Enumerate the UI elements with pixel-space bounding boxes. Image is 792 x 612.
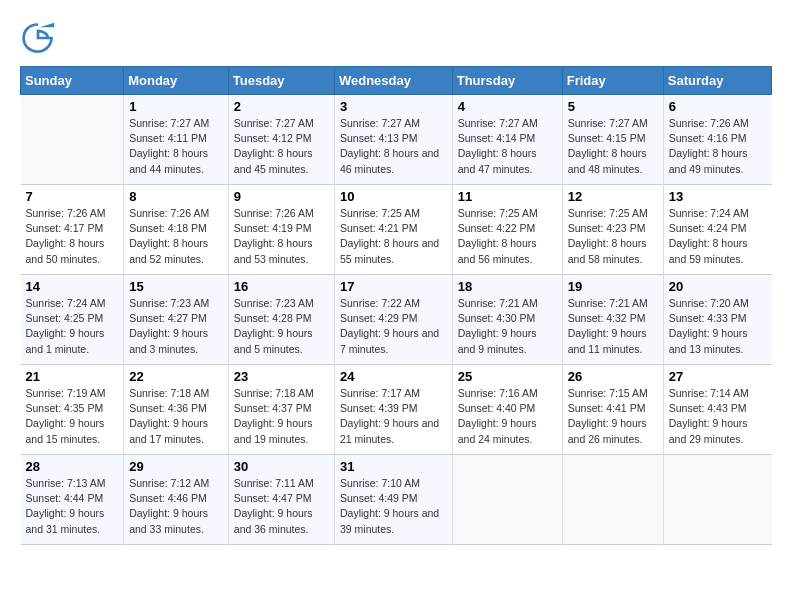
calendar-cell — [663, 455, 771, 545]
calendar-cell: 13 Sunrise: 7:24 AM Sunset: 4:24 PM Dayl… — [663, 185, 771, 275]
day-info: Sunrise: 7:25 AM Sunset: 4:22 PM Dayligh… — [458, 206, 557, 267]
day-number: 24 — [340, 369, 447, 384]
page-header — [20, 20, 772, 56]
calendar-cell: 20 Sunrise: 7:20 AM Sunset: 4:33 PM Dayl… — [663, 275, 771, 365]
calendar-cell: 7 Sunrise: 7:26 AM Sunset: 4:17 PM Dayli… — [21, 185, 124, 275]
column-header-sunday: Sunday — [21, 67, 124, 95]
day-info: Sunrise: 7:13 AM Sunset: 4:44 PM Dayligh… — [26, 476, 119, 537]
day-info: Sunrise: 7:21 AM Sunset: 4:32 PM Dayligh… — [568, 296, 658, 357]
day-number: 18 — [458, 279, 557, 294]
day-number: 17 — [340, 279, 447, 294]
calendar-cell: 21 Sunrise: 7:19 AM Sunset: 4:35 PM Dayl… — [21, 365, 124, 455]
day-number: 12 — [568, 189, 658, 204]
day-info: Sunrise: 7:15 AM Sunset: 4:41 PM Dayligh… — [568, 386, 658, 447]
calendar-cell: 9 Sunrise: 7:26 AM Sunset: 4:19 PM Dayli… — [228, 185, 334, 275]
calendar-week-row: 1 Sunrise: 7:27 AM Sunset: 4:11 PM Dayli… — [21, 95, 772, 185]
day-info: Sunrise: 7:10 AM Sunset: 4:49 PM Dayligh… — [340, 476, 447, 537]
day-info: Sunrise: 7:26 AM Sunset: 4:18 PM Dayligh… — [129, 206, 223, 267]
day-info: Sunrise: 7:26 AM Sunset: 4:19 PM Dayligh… — [234, 206, 329, 267]
day-number: 9 — [234, 189, 329, 204]
day-number: 15 — [129, 279, 223, 294]
day-info: Sunrise: 7:27 AM Sunset: 4:12 PM Dayligh… — [234, 116, 329, 177]
calendar-week-row: 7 Sunrise: 7:26 AM Sunset: 4:17 PM Dayli… — [21, 185, 772, 275]
column-header-monday: Monday — [124, 67, 229, 95]
day-info: Sunrise: 7:12 AM Sunset: 4:46 PM Dayligh… — [129, 476, 223, 537]
calendar-cell: 1 Sunrise: 7:27 AM Sunset: 4:11 PM Dayli… — [124, 95, 229, 185]
day-info: Sunrise: 7:21 AM Sunset: 4:30 PM Dayligh… — [458, 296, 557, 357]
day-number: 14 — [26, 279, 119, 294]
day-info: Sunrise: 7:17 AM Sunset: 4:39 PM Dayligh… — [340, 386, 447, 447]
calendar-cell: 5 Sunrise: 7:27 AM Sunset: 4:15 PM Dayli… — [562, 95, 663, 185]
calendar-week-row: 14 Sunrise: 7:24 AM Sunset: 4:25 PM Dayl… — [21, 275, 772, 365]
day-number: 27 — [669, 369, 767, 384]
day-number: 30 — [234, 459, 329, 474]
calendar-cell: 24 Sunrise: 7:17 AM Sunset: 4:39 PM Dayl… — [334, 365, 452, 455]
day-number: 31 — [340, 459, 447, 474]
calendar-cell: 30 Sunrise: 7:11 AM Sunset: 4:47 PM Dayl… — [228, 455, 334, 545]
day-number: 11 — [458, 189, 557, 204]
day-info: Sunrise: 7:23 AM Sunset: 4:28 PM Dayligh… — [234, 296, 329, 357]
day-info: Sunrise: 7:18 AM Sunset: 4:37 PM Dayligh… — [234, 386, 329, 447]
day-info: Sunrise: 7:27 AM Sunset: 4:15 PM Dayligh… — [568, 116, 658, 177]
column-header-wednesday: Wednesday — [334, 67, 452, 95]
column-header-thursday: Thursday — [452, 67, 562, 95]
calendar-week-row: 21 Sunrise: 7:19 AM Sunset: 4:35 PM Dayl… — [21, 365, 772, 455]
day-info: Sunrise: 7:25 AM Sunset: 4:21 PM Dayligh… — [340, 206, 447, 267]
calendar-header-row: SundayMondayTuesdayWednesdayThursdayFrid… — [21, 67, 772, 95]
calendar-cell: 8 Sunrise: 7:26 AM Sunset: 4:18 PM Dayli… — [124, 185, 229, 275]
calendar-cell: 14 Sunrise: 7:24 AM Sunset: 4:25 PM Dayl… — [21, 275, 124, 365]
day-info: Sunrise: 7:18 AM Sunset: 4:36 PM Dayligh… — [129, 386, 223, 447]
day-number: 25 — [458, 369, 557, 384]
day-number: 19 — [568, 279, 658, 294]
day-number: 13 — [669, 189, 767, 204]
day-number: 7 — [26, 189, 119, 204]
day-number: 23 — [234, 369, 329, 384]
calendar-cell: 28 Sunrise: 7:13 AM Sunset: 4:44 PM Dayl… — [21, 455, 124, 545]
day-number: 6 — [669, 99, 767, 114]
calendar-cell: 3 Sunrise: 7:27 AM Sunset: 4:13 PM Dayli… — [334, 95, 452, 185]
day-info: Sunrise: 7:22 AM Sunset: 4:29 PM Dayligh… — [340, 296, 447, 357]
calendar-cell: 10 Sunrise: 7:25 AM Sunset: 4:21 PM Dayl… — [334, 185, 452, 275]
calendar-cell: 4 Sunrise: 7:27 AM Sunset: 4:14 PM Dayli… — [452, 95, 562, 185]
day-info: Sunrise: 7:27 AM Sunset: 4:13 PM Dayligh… — [340, 116, 447, 177]
calendar-cell: 11 Sunrise: 7:25 AM Sunset: 4:22 PM Dayl… — [452, 185, 562, 275]
day-info: Sunrise: 7:16 AM Sunset: 4:40 PM Dayligh… — [458, 386, 557, 447]
logo — [20, 20, 60, 56]
calendar-cell: 17 Sunrise: 7:22 AM Sunset: 4:29 PM Dayl… — [334, 275, 452, 365]
day-number: 22 — [129, 369, 223, 384]
calendar-cell: 18 Sunrise: 7:21 AM Sunset: 4:30 PM Dayl… — [452, 275, 562, 365]
day-number: 5 — [568, 99, 658, 114]
calendar-cell: 6 Sunrise: 7:26 AM Sunset: 4:16 PM Dayli… — [663, 95, 771, 185]
calendar-cell: 26 Sunrise: 7:15 AM Sunset: 4:41 PM Dayl… — [562, 365, 663, 455]
calendar-week-row: 28 Sunrise: 7:13 AM Sunset: 4:44 PM Dayl… — [21, 455, 772, 545]
calendar-cell: 19 Sunrise: 7:21 AM Sunset: 4:32 PM Dayl… — [562, 275, 663, 365]
day-number: 4 — [458, 99, 557, 114]
calendar-cell: 27 Sunrise: 7:14 AM Sunset: 4:43 PM Dayl… — [663, 365, 771, 455]
day-info: Sunrise: 7:24 AM Sunset: 4:24 PM Dayligh… — [669, 206, 767, 267]
day-number: 26 — [568, 369, 658, 384]
column-header-tuesday: Tuesday — [228, 67, 334, 95]
calendar-cell — [21, 95, 124, 185]
day-info: Sunrise: 7:23 AM Sunset: 4:27 PM Dayligh… — [129, 296, 223, 357]
day-number: 8 — [129, 189, 223, 204]
calendar-cell: 15 Sunrise: 7:23 AM Sunset: 4:27 PM Dayl… — [124, 275, 229, 365]
calendar-cell: 22 Sunrise: 7:18 AM Sunset: 4:36 PM Dayl… — [124, 365, 229, 455]
calendar-cell: 23 Sunrise: 7:18 AM Sunset: 4:37 PM Dayl… — [228, 365, 334, 455]
day-info: Sunrise: 7:27 AM Sunset: 4:11 PM Dayligh… — [129, 116, 223, 177]
day-number: 2 — [234, 99, 329, 114]
day-number: 10 — [340, 189, 447, 204]
calendar-cell: 12 Sunrise: 7:25 AM Sunset: 4:23 PM Dayl… — [562, 185, 663, 275]
day-info: Sunrise: 7:19 AM Sunset: 4:35 PM Dayligh… — [26, 386, 119, 447]
day-info: Sunrise: 7:26 AM Sunset: 4:17 PM Dayligh… — [26, 206, 119, 267]
calendar-cell: 2 Sunrise: 7:27 AM Sunset: 4:12 PM Dayli… — [228, 95, 334, 185]
day-info: Sunrise: 7:24 AM Sunset: 4:25 PM Dayligh… — [26, 296, 119, 357]
column-header-saturday: Saturday — [663, 67, 771, 95]
day-number: 3 — [340, 99, 447, 114]
calendar-table: SundayMondayTuesdayWednesdayThursdayFrid… — [20, 66, 772, 545]
day-number: 16 — [234, 279, 329, 294]
calendar-cell — [452, 455, 562, 545]
calendar-cell: 31 Sunrise: 7:10 AM Sunset: 4:49 PM Dayl… — [334, 455, 452, 545]
calendar-cell: 16 Sunrise: 7:23 AM Sunset: 4:28 PM Dayl… — [228, 275, 334, 365]
calendar-cell — [562, 455, 663, 545]
day-info: Sunrise: 7:20 AM Sunset: 4:33 PM Dayligh… — [669, 296, 767, 357]
